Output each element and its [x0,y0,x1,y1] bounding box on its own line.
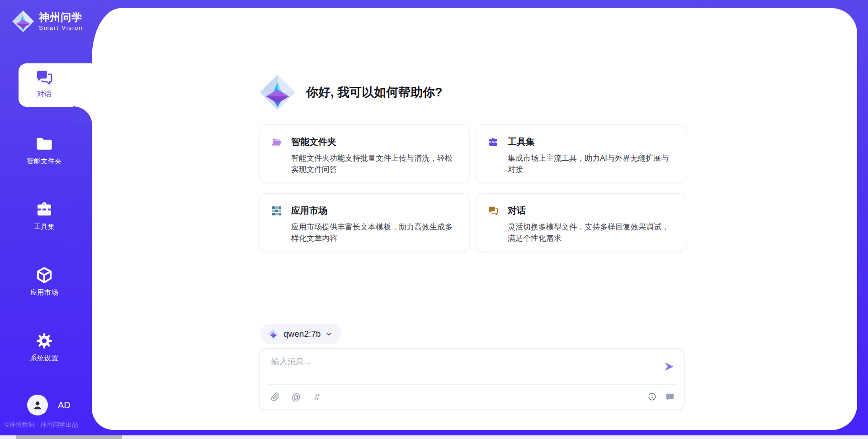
model-name: qwen2:7b [283,329,321,339]
model-logo-icon [268,329,279,339]
card-chat[interactable]: 对话 灵活切换多模型文件，支持多样回复效果调试，满足个性化需求 [476,193,686,252]
gear-icon [35,332,53,350]
cube-icon [35,266,53,284]
sidebar-item-settings[interactable]: 系统设置 [8,332,80,363]
card-description: 智能文件夹功能支持批量文件上传与清洗，轻松实现文件问答 [291,153,458,175]
chat-bubbles-icon [35,69,53,87]
sidebar-item-toolset[interactable]: 工具集 [8,200,80,231]
brand-logo-icon [12,10,34,33]
greeting-title: 你好, 我可以如何帮助你? [306,84,443,100]
chevron-down-icon [325,330,333,338]
history-icon [647,392,657,402]
horizontal-scrollbar[interactable] [0,435,868,439]
card-description: 集成市场上主流工具，助力AI与外界无缝扩展与对接 [508,153,674,175]
message-input[interactable] [270,355,643,381]
sidebar-item-label: 系统设置 [8,354,80,363]
toolbox-icon [488,137,499,148]
sidebar-item-label: 对话 [19,90,70,99]
card-title: 工具集 [508,136,535,148]
feature-cards: 智能文件夹 智能文件夹功能支持批量文件上传与清洗，轻松实现文件问答 工具集 集成… [259,124,686,252]
sidebar-item-chat[interactable]: 对话 [19,63,92,107]
send-icon [663,361,675,372]
sidebar-item-smart-folder[interactable]: 智能文件夹 [8,135,80,166]
model-selector[interactable]: qwen2:7b [260,324,341,344]
card-title: 应用市场 [291,205,327,217]
send-button[interactable] [663,361,675,372]
history-button[interactable] [647,392,657,402]
attach-file-button[interactable] [270,392,280,402]
card-smart-folder[interactable]: 智能文件夹 智能文件夹功能支持批量文件上传与清洗，轻松实现文件问答 [259,124,470,183]
folder-open-icon [271,137,282,148]
copyright-footer: ©神州数码 · 神州问学出品 [5,421,104,429]
person-icon [31,398,44,412]
sidebar-item-app-market[interactable]: 应用市场 [8,266,80,297]
brand-subtitle: Smart Vision [39,24,83,31]
sidebar-item-label: 应用市场 [8,288,80,297]
tab-fillet [73,106,92,125]
conversation-button[interactable] [665,392,675,402]
brand: 神州问学 Smart Vision [12,10,83,33]
folder-icon [35,135,53,153]
card-title: 对话 [508,205,526,217]
grid-icon [271,205,282,216]
card-description: 应用市场提供丰富长文本模板，助力高效生成多样化文章内容 [291,222,458,244]
user-name: AD [58,400,71,410]
sidebar-item-label: 智能文件夹 [8,157,80,166]
mention-button[interactable]: @ [291,392,301,402]
comment-icon [665,392,675,402]
avatar [27,395,48,415]
greeting: 你好, 我可以如何帮助你? [259,74,443,111]
brand-name: 神州问学 [39,11,83,23]
message-composer: @ # [259,348,684,410]
card-toolset[interactable]: 工具集 集成市场上主流工具，助力AI与外界无缝扩展与对接 [476,124,686,183]
card-description: 灵活切换多模型文件，支持多样回复效果调试，满足个性化需求 [508,222,674,244]
scrollbar-thumb[interactable] [16,435,122,439]
sidebar-item-label: 工具集 [8,223,80,231]
toolbox-icon [35,200,53,219]
paperclip-icon [270,392,280,402]
composer-actions: @ # [270,384,675,410]
card-title: 智能文件夹 [291,136,336,148]
chat-bubbles-icon [488,205,499,216]
user-account[interactable]: AD [27,395,71,415]
assistant-logo-icon [259,74,296,111]
card-app-market[interactable]: 应用市场 应用市场提供丰富长文本模板，助力高效生成多样化文章内容 [259,193,470,252]
main-panel: 你好, 我可以如何帮助你? 智能文件夹 智能文件夹功能支持批量文件上传与清洗，轻… [92,8,857,430]
hashtag-button[interactable]: # [312,392,322,402]
app-shell: 神州问学 Smart Vision 你好, 我可以如何帮助你? 智能文件夹 智能… [0,0,868,439]
